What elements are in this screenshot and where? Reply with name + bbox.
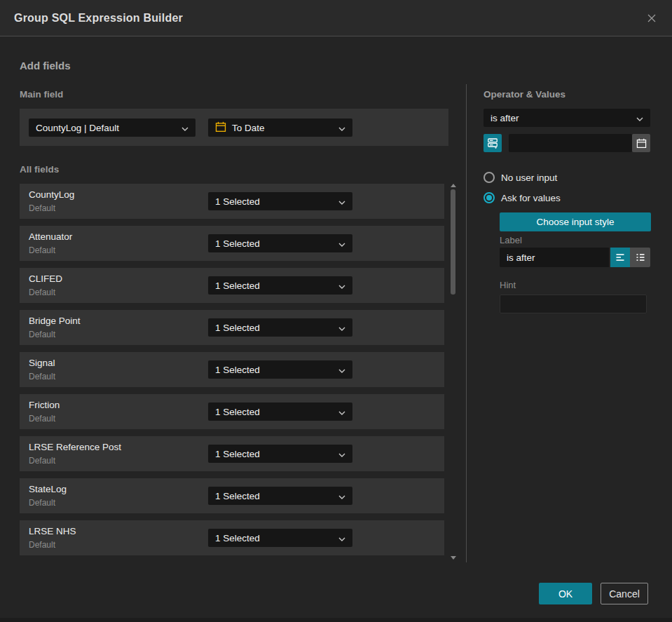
- chevron-down-icon: [338, 123, 345, 133]
- field-selected-value: 1 Selected: [215, 491, 260, 501]
- chevron-down-icon: [338, 280, 345, 291]
- field-row: StateLog Default 1 Selected: [20, 478, 444, 513]
- list-scrollbar[interactable]: [449, 181, 458, 564]
- ok-button[interactable]: OK: [539, 583, 592, 604]
- field-name: Signal: [29, 358, 55, 368]
- scroll-up-arrow-icon[interactable]: [451, 184, 456, 187]
- field-selected-dropdown[interactable]: 1 Selected: [208, 487, 352, 505]
- radio-no-user-input[interactable]: No user input: [484, 172, 557, 183]
- field-selected-value: 1 Selected: [215, 365, 260, 375]
- field-subtitle: Default: [29, 372, 55, 381]
- main-field-heading: Main field: [20, 89, 63, 100]
- chevron-down-icon: [636, 113, 643, 123]
- chevron-down-icon: [338, 238, 345, 249]
- align-left-icon: [615, 252, 626, 263]
- main-field-select-value: CountyLog | Default: [36, 123, 119, 133]
- field-row: Attenuator Default 1 Selected: [20, 226, 444, 261]
- field-row: CountyLog Default 1 Selected: [20, 184, 444, 219]
- set-from-field-button[interactable]: [484, 134, 502, 152]
- operator-values-heading: Operator & Values: [484, 89, 565, 100]
- dialog-bottom-edge: [0, 618, 672, 622]
- panel-divider: [466, 84, 467, 562]
- main-field-select[interactable]: CountyLog | Default: [29, 119, 196, 137]
- field-selected-dropdown[interactable]: 1 Selected: [208, 360, 352, 379]
- field-subtitle: Default: [29, 498, 55, 508]
- field-selected-value: 1 Selected: [215, 407, 260, 417]
- field-selected-dropdown[interactable]: 1 Selected: [208, 234, 352, 252]
- field-row: LRSE Reference Post Default 1 Selected: [20, 436, 444, 471]
- calendar-picker-button[interactable]: [632, 134, 650, 152]
- add-fields-heading: Add fields: [20, 60, 71, 72]
- field-subtitle: Default: [29, 540, 55, 550]
- field-row: LRSE NHS Default 1 Selected: [20, 520, 444, 555]
- field-selected-dropdown[interactable]: 1 Selected: [208, 445, 352, 463]
- hint-input[interactable]: [500, 295, 647, 313]
- field-subtitle: Default: [29, 288, 55, 297]
- list-style-button[interactable]: [630, 248, 650, 267]
- field-selected-value: 1 Selected: [215, 533, 260, 543]
- field-selected-value: 1 Selected: [215, 196, 260, 207]
- field-selected-value: 1 Selected: [215, 449, 260, 459]
- radio-icon: [484, 172, 495, 183]
- chevron-down-icon: [338, 196, 345, 207]
- operator-select-value: is after: [491, 113, 519, 123]
- all-fields-list: CountyLog Default 1 Selected Attenuator …: [20, 184, 444, 562]
- field-name: LRSE Reference Post: [29, 442, 121, 452]
- field-row: Friction Default 1 Selected: [20, 394, 444, 429]
- choose-input-style-button[interactable]: Choose input style: [500, 212, 651, 231]
- close-button[interactable]: [643, 9, 661, 27]
- field-name: LRSE NHS: [29, 526, 76, 536]
- field-selected-dropdown[interactable]: 1 Selected: [208, 529, 352, 547]
- field-selected-value: 1 Selected: [215, 280, 260, 291]
- main-date-select[interactable]: To Date: [208, 119, 352, 137]
- chevron-down-icon: [338, 533, 345, 543]
- single-line-style-button[interactable]: [610, 248, 630, 267]
- chevron-down-icon: [338, 407, 345, 417]
- field-selected-dropdown[interactable]: 1 Selected: [208, 318, 352, 337]
- field-row: Bridge Point Default 1 Selected: [20, 310, 444, 345]
- scroll-down-arrow-icon[interactable]: [451, 556, 456, 560]
- scrollbar-thumb[interactable]: [451, 189, 455, 295]
- field-subtitle: Default: [29, 203, 55, 213]
- radio-ask-for-values[interactable]: Ask for values: [484, 192, 561, 203]
- field-selected-dropdown[interactable]: 1 Selected: [208, 192, 352, 210]
- label-input[interactable]: [500, 248, 609, 267]
- chevron-down-icon: [338, 365, 345, 375]
- label-caption: Label: [500, 235, 522, 245]
- field-subtitle: Default: [29, 456, 55, 466]
- dialog-header: Group SQL Expression Builder: [0, 0, 672, 36]
- chevron-down-icon: [338, 323, 345, 333]
- value-input-row: [484, 134, 650, 152]
- chevron-down-icon: [338, 449, 345, 459]
- field-name: Friction: [29, 400, 60, 410]
- radio-no-user-input-label: No user input: [501, 173, 557, 183]
- bullet-list-icon: [635, 252, 646, 263]
- main-date-select-value: To Date: [232, 123, 265, 133]
- label-input-row: [500, 248, 650, 267]
- dialog-title: Group SQL Expression Builder: [14, 12, 183, 25]
- field-selected-dropdown[interactable]: 1 Selected: [208, 276, 352, 295]
- field-name: Attenuator: [29, 231, 72, 242]
- field-selected-dropdown[interactable]: 1 Selected: [208, 403, 352, 421]
- field-row: CLIFED Default 1 Selected: [20, 268, 444, 303]
- field-name: StateLog: [29, 484, 67, 494]
- radio-icon: [484, 192, 495, 203]
- field-selected-value: 1 Selected: [215, 238, 260, 249]
- field-row: Signal Default 1 Selected: [20, 352, 444, 387]
- calendar-icon: [636, 138, 647, 149]
- all-fields-heading: All fields: [20, 164, 59, 175]
- radio-ask-for-values-label: Ask for values: [501, 193, 561, 203]
- field-subtitle: Default: [29, 414, 55, 424]
- cancel-button[interactable]: Cancel: [601, 583, 648, 604]
- hint-caption: Hint: [500, 280, 516, 290]
- close-icon: [645, 16, 658, 27]
- main-field-panel: CountyLog | Default To Date: [20, 109, 448, 146]
- calendar-icon: [215, 121, 226, 135]
- field-selected-value: 1 Selected: [215, 323, 260, 333]
- field-subtitle: Default: [29, 330, 55, 339]
- field-name: Bridge Point: [29, 316, 81, 326]
- date-value-input[interactable]: [509, 134, 632, 152]
- field-name: CLIFED: [29, 273, 62, 284]
- chevron-down-icon: [338, 491, 345, 501]
- operator-select[interactable]: is after: [484, 109, 650, 127]
